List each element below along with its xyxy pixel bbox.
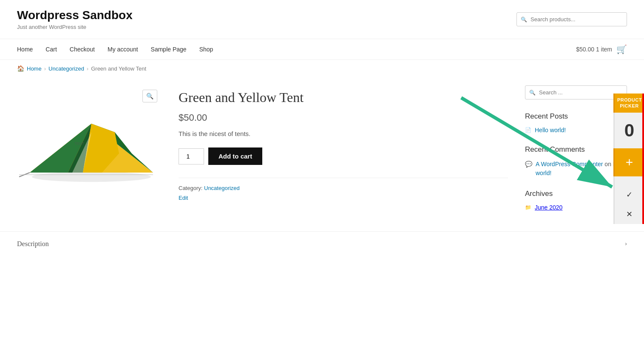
recent-posts-title: Recent Posts [525, 112, 627, 121]
archive-icon: 📁 [525, 204, 531, 210]
picker-close-button[interactable]: ✕ [613, 204, 644, 224]
edit-link[interactable]: Edit [179, 195, 508, 201]
header-search-input[interactable] [516, 12, 627, 26]
picker-label: Product picker [613, 94, 644, 113]
breadcrumb: 🏠 Home › Uncategorized › Green and Yello… [0, 60, 644, 77]
cart-icon[interactable]: 🛒 [616, 44, 627, 54]
nav-my-account[interactable]: My account [108, 46, 138, 53]
site-branding: Wordpress Sandbox Just another WordPress… [17, 9, 133, 30]
zoom-icon[interactable]: 🔍 [142, 90, 157, 102]
product-meta: Category: Uncategorized [179, 178, 508, 191]
description-tab-label: Description [17, 240, 49, 248]
product-image-area: 🔍 [17, 85, 162, 223]
list-item: 📄 Hello world! [525, 127, 627, 133]
chevron-right-icon: › [625, 241, 627, 247]
archive-link-1[interactable]: June 2020 [535, 204, 562, 211]
list-item: 📁 June 2020 [525, 204, 627, 211]
picker-counter: 0 [613, 113, 644, 148]
product-description: This is the nicest of tents. [179, 130, 508, 137]
quantity-input[interactable]: 1 [179, 148, 204, 164]
sidebar-search-area: 🔍 [525, 85, 627, 99]
add-to-cart-button[interactable]: Add to cart [208, 147, 262, 165]
site-tagline: Just another WordPress site [17, 24, 133, 30]
breadcrumb-current: Green and Yellow Tent [91, 65, 146, 72]
breadcrumb-sep-2: › [87, 65, 88, 72]
breadcrumb-home[interactable]: Home [27, 65, 42, 72]
product-price: $50.00 [179, 112, 508, 123]
sidebar: 🔍 Recent Posts 📄 Hello world! Recent Com… [525, 85, 627, 223]
sidebar-search-input[interactable] [525, 85, 627, 99]
picker-check-button[interactable]: ✓ [613, 185, 644, 204]
header-search-icon: 🔍 [521, 17, 527, 23]
product-section: 🔍 [17, 85, 508, 223]
product-title: Green and Yellow Tent [179, 90, 508, 105]
add-to-cart-row: 1 Add to cart [179, 147, 508, 165]
description-tab[interactable]: Description › [17, 240, 627, 248]
description-section: Description › [0, 231, 644, 256]
category-link[interactable]: Uncategorized [204, 185, 240, 191]
archives-title: Archives [525, 190, 627, 198]
recent-comments-title: Recent Comments [525, 145, 627, 154]
product-details: Green and Yellow Tent $50.00 This is the… [179, 85, 508, 223]
nav-sample-page[interactable]: Sample Page [151, 46, 187, 53]
site-nav: Home Cart Checkout My account Sample Pag… [0, 39, 644, 60]
home-icon: 🏠 [17, 65, 24, 72]
product-image: TENT [17, 98, 153, 183]
post-icon: 📄 [525, 127, 531, 133]
breadcrumb-category[interactable]: Uncategorized [48, 65, 84, 72]
comment-author-link[interactable]: A WordPress Commenter [536, 161, 603, 167]
recent-post-link-1[interactable]: Hello world! [535, 127, 566, 133]
nav-checkout[interactable]: Checkout [70, 46, 95, 53]
category-label: Category: [179, 185, 202, 191]
site-title: Wordpress Sandbox [17, 9, 133, 22]
picker-red-bar [642, 94, 644, 224]
cart-amount: $50.00 1 item [576, 46, 612, 53]
recent-posts-section: Recent Posts 📄 Hello world! [525, 112, 627, 133]
comment-icon: 💬 [525, 161, 532, 167]
nav-links: Home Cart Checkout My account Sample Pag… [17, 39, 213, 60]
nav-cart[interactable]: Cart [45, 46, 57, 53]
svg-point-0 [32, 172, 151, 182]
picker-spacer [613, 176, 644, 185]
picker-add-button[interactable]: + [613, 148, 644, 176]
nav-home[interactable]: Home [17, 46, 33, 53]
recent-comments-section: Recent Comments 💬 A WordPress Commenter … [525, 145, 627, 178]
header-search-area: 🔍 [516, 12, 627, 26]
list-item: 💬 A WordPress Commenter on Hello world! [525, 160, 627, 178]
sidebar-search-icon: 🔍 [529, 90, 536, 96]
cart-area: $50.00 1 item 🛒 [576, 44, 627, 54]
nav-shop[interactable]: Shop [199, 46, 213, 53]
breadcrumb-sep-1: › [44, 65, 46, 72]
site-header: Wordpress Sandbox Just another WordPress… [0, 0, 644, 39]
archives-section: Archives 📁 June 2020 [525, 190, 627, 211]
comment-connector: on [604, 161, 611, 167]
svg-text:TENT: TENT [74, 142, 85, 146]
main-content: 🔍 [0, 77, 644, 231]
product-picker-widget: Product picker 0 + ✓ ✕ [613, 94, 644, 224]
